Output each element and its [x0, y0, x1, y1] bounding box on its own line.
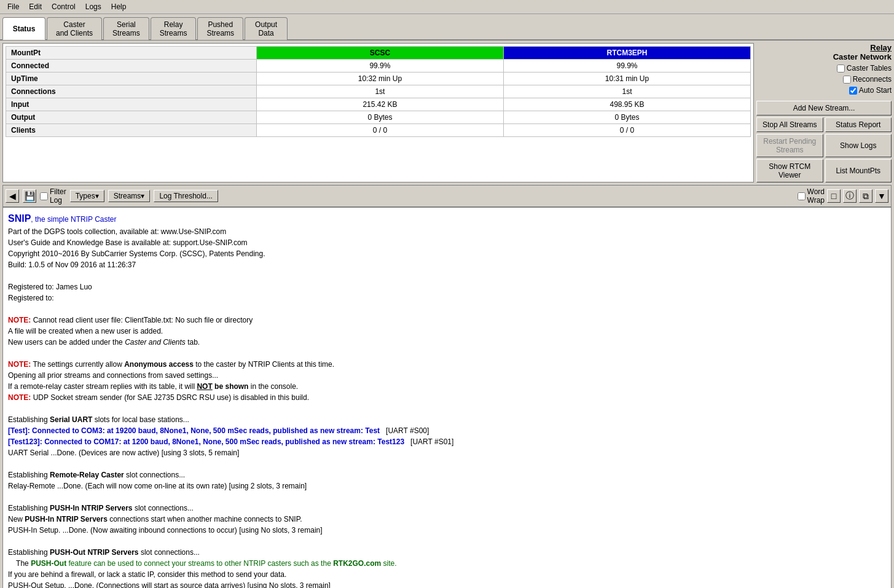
- checkbox-reconnects[interactable]: [843, 76, 851, 84]
- relay-network-title: Relay: [756, 43, 892, 52]
- log-serial-test1: [Test]: Connected to COM3: at 19200 baud…: [8, 425, 886, 436]
- log-serial-test2: [Test123]: Connected to COM17: at 1200 b…: [8, 436, 886, 447]
- toolbar-icon-down[interactable]: ▼: [875, 189, 888, 203]
- row-scsc-input: 215.42 KB: [256, 98, 503, 111]
- word-wrap-checkbox-label[interactable]: WordWrap: [798, 187, 825, 205]
- tabbar: Status Casterand Clients SerialStreams R…: [0, 14, 894, 41]
- log-note1c: New users can be added under the Caster …: [8, 337, 886, 348]
- col-header-rtcm: RTCM3EPH: [503, 47, 750, 60]
- snip-subtitle: , the simple NTRIP Caster: [31, 215, 116, 224]
- status-report-button[interactable]: Status Report: [825, 117, 892, 132]
- log-line-2: User's Guide and Knowledge Base is avail…: [8, 237, 886, 248]
- log-pushin-title: Establishing PUSH-In NTRIP Servers slot …: [8, 503, 886, 514]
- relay-network-subtitle: Caster Network: [756, 52, 892, 61]
- row-scsc-connections: 1st: [256, 85, 503, 98]
- word-wrap-checkbox[interactable]: [798, 192, 806, 200]
- types-button[interactable]: Types▾: [70, 190, 104, 202]
- log-note2b: Opening all prior streams and connection…: [8, 370, 886, 381]
- checkbox-reconnects-row: Reconnects: [756, 75, 892, 84]
- tab-output-data[interactable]: OutputData: [245, 17, 288, 40]
- filter-log-checkbox[interactable]: [40, 192, 48, 200]
- table-row: Input 215.42 KB 498.95 KB: [6, 98, 751, 111]
- menu-logs[interactable]: Logs: [80, 1, 106, 12]
- checkbox-autostart-label[interactable]: Auto Start: [849, 86, 892, 95]
- row-scsc-connected: 99.9%: [256, 60, 503, 73]
- toolbar-icon-copy[interactable]: ⧉: [859, 189, 872, 203]
- main-area: MountPt SCSC RTCM3EPH Connected 99.9% 99…: [0, 41, 894, 588]
- table-row: Connections 1st 1st: [6, 85, 751, 98]
- log-area: SNIP, the simple NTRIP Caster Part of th…: [2, 207, 892, 588]
- add-new-stream-button[interactable]: Add New Stream...: [756, 101, 892, 116]
- row-label-uptime: UpTime: [6, 73, 257, 85]
- toolbar-icon-back[interactable]: ◀: [6, 189, 19, 203]
- log-relay-done: Relay-Remote ...Done. (Each will now com…: [8, 480, 886, 492]
- log-toolbar: ◀ 💾 FilterLog Types▾ Streams▾ Log Thresh…: [2, 185, 892, 207]
- menu-help[interactable]: Help: [106, 1, 131, 12]
- toolbar-icon-1[interactable]: □: [827, 189, 841, 203]
- stop-all-streams-button[interactable]: Stop All Streams: [756, 117, 823, 132]
- streams-button[interactable]: Streams▾: [108, 190, 151, 202]
- top-section: MountPt SCSC RTCM3EPH Connected 99.9% 99…: [2, 43, 892, 182]
- toolbar-icon-info[interactable]: ⓘ: [843, 189, 857, 203]
- col-header-scsc: SCSC: [256, 47, 503, 60]
- checkbox-reconnects-label[interactable]: Reconnects: [843, 75, 892, 84]
- checkbox-caster-tables-label[interactable]: Caster Tables: [837, 64, 892, 73]
- log-serial-done: UART Serial ...Done. (Devices are now ac…: [8, 447, 886, 458]
- menu-edit[interactable]: Edit: [24, 1, 47, 12]
- restart-pending-streams-button[interactable]: Restart Pending Streams: [756, 134, 823, 157]
- tab-status[interactable]: Status: [2, 17, 45, 40]
- snip-title: SNIP: [8, 213, 31, 224]
- row-rtcm-input: 498.95 KB: [503, 98, 750, 111]
- log-pushout-static: If you are behind a firewall, or lack a …: [8, 569, 886, 580]
- col-header-mountpt: MountPt: [6, 47, 257, 60]
- tab-caster-clients[interactable]: Casterand Clients: [47, 17, 102, 40]
- tab-serial-streams[interactable]: SerialStreams: [103, 17, 149, 40]
- tab-pushed-streams[interactable]: PushedStreams: [197, 17, 243, 40]
- log-serial-title: Establishing Serial UART slots for local…: [8, 414, 886, 425]
- row-rtcm-connections: 1st: [503, 85, 750, 98]
- log-reg2: Registered to:: [8, 292, 886, 304]
- log-note1b: A file will be created when a new user i…: [8, 326, 886, 337]
- menubar: File Edit Control Logs Help: [0, 0, 894, 14]
- log-relay-title: Establishing Remote-Relay Caster slot co…: [8, 469, 886, 480]
- log-line-1: Part of the DGPS tools collection, avail…: [8, 226, 886, 237]
- log-pushout-feature: The PUSH-Out feature can be used to conn…: [8, 558, 886, 569]
- log-note3: NOTE: UDP Socket stream sender (for SAE …: [8, 392, 886, 403]
- filter-log-checkbox-label[interactable]: FilterLog: [40, 187, 66, 205]
- table-row: Connected 99.9% 99.9%: [6, 60, 751, 73]
- row-label-connected: Connected: [6, 60, 257, 73]
- row-rtcm-output: 0 Bytes: [503, 111, 750, 124]
- checkbox-autostart[interactable]: [849, 87, 857, 95]
- menu-file[interactable]: File: [2, 1, 24, 12]
- row-label-clients: Clients: [6, 124, 257, 137]
- log-pushout-title: Establishing PUSH-Out NTRIP Servers slot…: [8, 547, 886, 558]
- log-pushin-done: PUSH-In Setup. ...Done. (Now awaiting in…: [8, 525, 886, 536]
- filter-log-text: FilterLog: [50, 187, 66, 205]
- status-table: MountPt SCSC RTCM3EPH Connected 99.9% 99…: [6, 46, 751, 137]
- menu-control[interactable]: Control: [47, 1, 80, 12]
- row-label-output: Output: [6, 111, 257, 124]
- log-reg1: Registered to: James Luo: [8, 281, 886, 292]
- show-logs-button[interactable]: Show Logs: [825, 134, 892, 157]
- log-threshold-button[interactable]: Log Threshold...: [154, 190, 218, 202]
- log-pushin-note: New PUSH-In NTRIP Servers connections st…: [8, 514, 886, 525]
- show-rtcm-viewer-button[interactable]: Show RTCM Viewer: [756, 159, 823, 182]
- checkbox-caster-tables[interactable]: [837, 65, 845, 73]
- checkbox-caster-tables-row: Caster Tables: [756, 64, 892, 73]
- checkbox-autostart-row: Auto Start: [756, 86, 892, 95]
- toolbar-icon-save[interactable]: 💾: [23, 189, 36, 203]
- word-wrap-text: WordWrap: [807, 187, 825, 205]
- table-row: UpTime 10:32 min Up 10:31 min Up: [6, 73, 751, 85]
- table-row: Output 0 Bytes 0 Bytes: [6, 111, 751, 124]
- log-line-3: Copyright 2010~2016 By SubCarrier System…: [8, 248, 886, 259]
- log-toolbar-right: WordWrap □ ⓘ ⧉ ▼: [798, 187, 888, 205]
- tab-relay-streams[interactable]: RelayStreams: [151, 17, 197, 40]
- row-rtcm-uptime: 10:31 min Up: [503, 73, 750, 85]
- log-line-4: Build: 1.0.5 of Nov 09 2016 at 11:26:37: [8, 259, 886, 270]
- status-table-container: MountPt SCSC RTCM3EPH Connected 99.9% 99…: [2, 43, 754, 182]
- row-label-input: Input: [6, 98, 257, 111]
- right-panel: Relay Caster Network Caster Tables Recon…: [756, 43, 892, 182]
- checkbox-caster-tables-text: Caster Tables: [847, 64, 892, 73]
- table-row: Clients 0 / 0 0 / 0: [6, 124, 751, 137]
- list-mountpts-button[interactable]: List MountPts: [825, 159, 892, 182]
